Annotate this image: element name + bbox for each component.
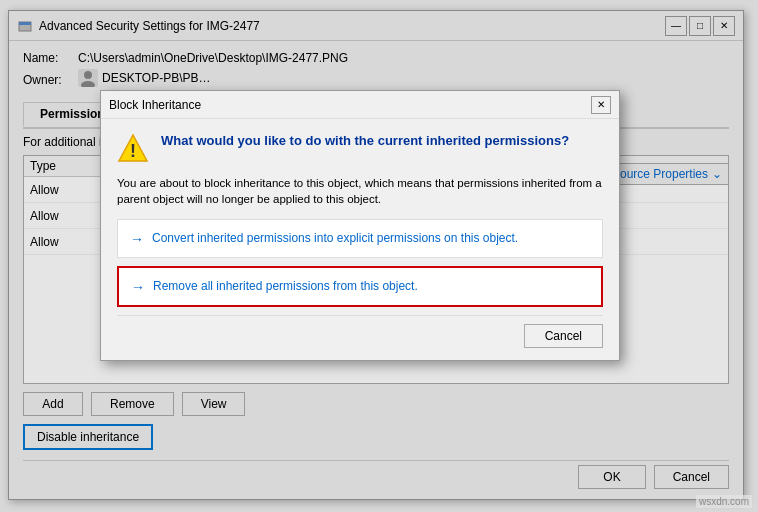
- dialog-header-row: ! What would you like to do with the cur…: [117, 133, 603, 165]
- dialog-question: What would you like to do with the curre…: [161, 133, 603, 148]
- dialog-title: Block Inheritance: [109, 98, 201, 112]
- block-inheritance-dialog: Block Inheritance ✕ ! What would you lik…: [100, 90, 620, 361]
- warning-icon: !: [117, 133, 149, 165]
- convert-option[interactable]: → Convert inherited permissions into exp…: [117, 219, 603, 258]
- arrow-right-icon: →: [130, 231, 144, 247]
- dialog-body: ! What would you like to do with the cur…: [101, 119, 619, 360]
- remove-option[interactable]: → Remove all inherited permissions from …: [117, 266, 603, 307]
- remove-option-text: Remove all inherited permissions from th…: [153, 278, 418, 295]
- dialog-description: You are about to block inheritance to th…: [117, 175, 603, 207]
- dialog-cancel-button[interactable]: Cancel: [524, 324, 603, 348]
- svg-text:!: !: [130, 141, 136, 161]
- convert-option-text: Convert inherited permissions into expli…: [152, 230, 518, 247]
- dialog-close-button[interactable]: ✕: [591, 96, 611, 114]
- arrow-right-icon-2: →: [131, 279, 145, 295]
- dialog-title-bar: Block Inheritance ✕: [101, 91, 619, 119]
- dialog-footer: Cancel: [117, 315, 603, 348]
